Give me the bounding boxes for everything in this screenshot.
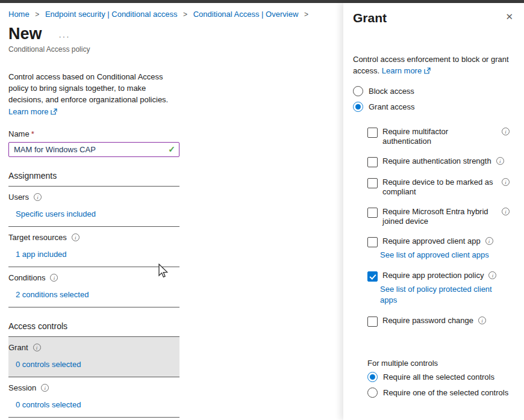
- conditions-selected-link[interactable]: 2 conditions selected: [16, 290, 89, 299]
- block-access-option: Block access: [353, 86, 516, 96]
- control-label: Require multifactor authentication: [382, 127, 497, 146]
- policy-description: Control access based on Conditional Acce…: [8, 71, 182, 105]
- external-link-icon: [51, 108, 57, 115]
- require-approved-client-app-checkbox[interactable]: [367, 237, 378, 247]
- info-icon[interactable]: [502, 178, 510, 186]
- require-all-option: Require all the selected controls: [367, 372, 516, 382]
- breadcrumb-separator: >: [183, 10, 187, 19]
- control-require-compliant-device: Require device to be marked as compliant: [367, 178, 516, 197]
- grant-label: Grant: [8, 343, 28, 352]
- grant-access-option: Grant access: [353, 102, 516, 112]
- external-link-icon: [424, 67, 431, 74]
- breadcrumb-separator: >: [35, 10, 39, 19]
- info-icon[interactable]: [502, 128, 510, 135]
- require-one-radio[interactable]: [367, 388, 378, 398]
- access-controls-section-title: Access controls: [8, 321, 179, 337]
- require-auth-strength-checkbox[interactable]: [367, 157, 378, 167]
- users-label: Users: [8, 193, 29, 202]
- page-subtitle: Conditional Access policy: [8, 45, 181, 54]
- panel-title: Grant: [353, 11, 387, 25]
- grant-controls-selected-link[interactable]: 0 controls selected: [16, 360, 81, 369]
- breadcrumb: Home > Endpoint security | Conditional a…: [8, 10, 181, 19]
- session-controls-selected-link[interactable]: 0 controls selected: [16, 400, 81, 409]
- page: Home > Endpoint security | Conditional a…: [0, 0, 524, 420]
- info-icon[interactable]: [488, 271, 496, 279]
- control-require-hybrid-joined: Require Microsoft Entra hybrid joined de…: [367, 207, 516, 226]
- page-title: New: [8, 25, 42, 43]
- require-one-option: Require one of the selected controls: [367, 388, 516, 398]
- breadcrumb-separator: >: [304, 10, 308, 19]
- users-included-link[interactable]: Specific users included: [16, 209, 96, 218]
- grant-controls-list: Require multifactor authentication Requi…: [367, 127, 516, 327]
- info-icon[interactable]: [478, 317, 486, 324]
- info-icon[interactable]: [33, 344, 41, 351]
- valid-check-icon: ✓: [168, 144, 175, 154]
- required-marker: *: [31, 129, 34, 138]
- control-require-auth-strength: Require authentication strength: [367, 156, 516, 167]
- assignment-item-users: Users Specific users included: [8, 187, 179, 227]
- info-icon[interactable]: [41, 384, 49, 392]
- breadcrumb-endpoint-security[interactable]: Endpoint security | Conditional access: [45, 10, 177, 19]
- name-field-label: Name*: [8, 129, 181, 138]
- multiple-controls-group: For multiple controls Require all the se…: [367, 359, 516, 398]
- block-access-radio[interactable]: [353, 86, 363, 96]
- control-require-approved-client-app: Require approved client app See list of …: [367, 236, 516, 261]
- assignment-item-conditions: Conditions 2 conditions selected: [8, 267, 179, 307]
- grant-panel: Grant ✕ Control access enforcement to bl…: [343, 3, 524, 420]
- policy-name-input[interactable]: [8, 142, 179, 157]
- require-compliant-device-checkbox[interactable]: [367, 178, 378, 188]
- multiple-controls-label: For multiple controls: [367, 359, 516, 368]
- breadcrumb-home[interactable]: Home: [8, 10, 30, 19]
- panel-learn-more-link[interactable]: Learn more: [382, 65, 431, 76]
- access-control-item-grant[interactable]: Grant 0 controls selected: [8, 337, 179, 377]
- control-require-password-change: Require password change: [367, 316, 516, 327]
- approved-client-apps-link[interactable]: See list of approved client apps: [380, 250, 509, 261]
- session-label: Session: [8, 383, 36, 392]
- info-icon[interactable]: [50, 274, 58, 282]
- info-icon[interactable]: [72, 233, 80, 241]
- learn-more-link[interactable]: Learn more: [8, 107, 57, 116]
- control-label: Require app protection policy: [382, 271, 484, 280]
- policy-editor-blade: Home > Endpoint security | Conditional a…: [0, 3, 340, 420]
- access-control-item-session: Session 0 controls selected: [8, 377, 179, 418]
- panel-description-text: Control access enforcement to block or g…: [353, 55, 509, 75]
- panel-learn-more-label: Learn more: [382, 65, 422, 76]
- panel-description: Control access enforcement to block or g…: [353, 54, 516, 76]
- assignment-item-target-resources: Target resources 1 app included: [8, 227, 179, 267]
- require-all-label: Require all the selected controls: [383, 372, 494, 381]
- close-icon[interactable]: ✕: [503, 11, 516, 22]
- info-icon[interactable]: [34, 193, 42, 201]
- require-all-radio[interactable]: [367, 372, 378, 382]
- name-label-text: Name: [8, 129, 30, 138]
- target-resources-label: Target resources: [8, 233, 67, 242]
- policy-protected-client-apps-link[interactable]: See list of policy protected client apps: [380, 284, 509, 306]
- control-require-mfa: Require multifactor authentication: [367, 127, 516, 146]
- apps-included-link[interactable]: 1 app included: [16, 250, 67, 259]
- conditions-label: Conditions: [8, 273, 45, 282]
- require-password-change-checkbox[interactable]: [367, 317, 378, 327]
- info-icon[interactable]: [502, 208, 510, 215]
- control-label: Require approved client app: [382, 236, 481, 246]
- control-label: Require Microsoft Entra hybrid joined de…: [382, 207, 497, 226]
- grant-access-radio[interactable]: [353, 102, 363, 112]
- info-icon[interactable]: [496, 157, 504, 165]
- control-label: Require device to be marked as compliant: [382, 178, 497, 197]
- info-icon[interactable]: [485, 237, 493, 245]
- assignments-section-title: Assignments: [8, 171, 179, 187]
- require-hybrid-joined-checkbox[interactable]: [367, 208, 378, 218]
- learn-more-label: Learn more: [8, 107, 48, 116]
- block-access-label: Block access: [369, 87, 414, 96]
- more-actions-icon[interactable]: ···: [59, 27, 70, 41]
- control-require-app-protection-policy: Require app protection policy See list o…: [367, 271, 516, 306]
- control-label: Require password change: [382, 316, 473, 326]
- require-one-label: Require one of the selected controls: [383, 388, 508, 397]
- require-mfa-checkbox[interactable]: [367, 128, 378, 138]
- grant-access-label: Grant access: [369, 102, 415, 111]
- require-app-protection-policy-checkbox[interactable]: [367, 271, 378, 282]
- breadcrumb-conditional-access-overview[interactable]: Conditional Access | Overview: [193, 10, 299, 19]
- control-label: Require authentication strength: [382, 156, 491, 166]
